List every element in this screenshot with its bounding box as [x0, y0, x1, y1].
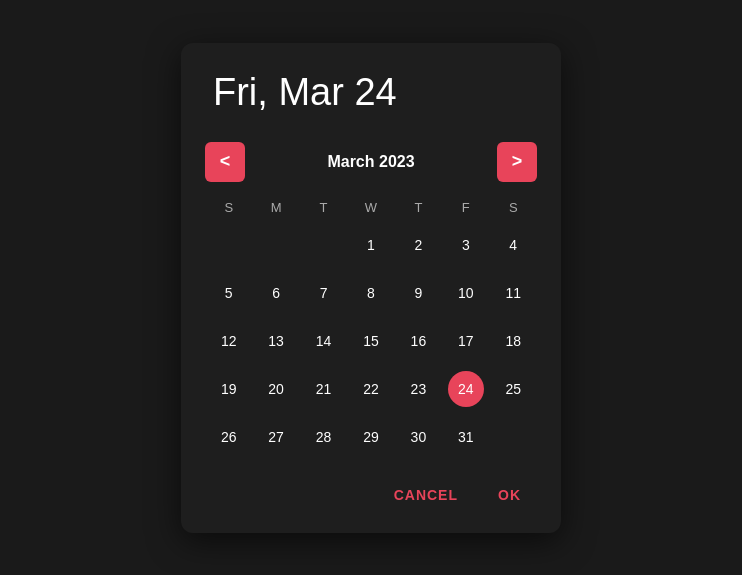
- day-number[interactable]: 11: [495, 275, 531, 311]
- day-number[interactable]: 25: [495, 371, 531, 407]
- calendar-day-cell: [300, 221, 347, 269]
- calendar-day-cell[interactable]: 17: [442, 317, 489, 365]
- day-number[interactable]: 26: [211, 419, 247, 455]
- calendar-day-cell[interactable]: 3: [442, 221, 489, 269]
- date-picker-dialog: Fri, Mar 24 < March 2023 > SMTWTFS 12345…: [181, 43, 561, 533]
- month-navigation: < March 2023 >: [205, 142, 537, 182]
- calendar-day-cell[interactable]: 8: [347, 269, 394, 317]
- calendar-week-row: 567891011: [205, 269, 537, 317]
- day-number[interactable]: 12: [211, 323, 247, 359]
- day-number[interactable]: 14: [306, 323, 342, 359]
- calendar-day-cell[interactable]: 1: [347, 221, 394, 269]
- day-header: S: [205, 194, 252, 221]
- calendar-day-cell[interactable]: 4: [490, 221, 537, 269]
- selected-date-title: Fri, Mar 24: [213, 71, 529, 114]
- calendar-day-cell[interactable]: 24: [442, 365, 489, 413]
- day-number[interactable]: 17: [448, 323, 484, 359]
- calendar-day-cell[interactable]: 5: [205, 269, 252, 317]
- calendar-day-cell: [252, 221, 299, 269]
- day-number[interactable]: 30: [400, 419, 436, 455]
- calendar-day-cell[interactable]: 27: [252, 413, 299, 461]
- calendar-day-cell[interactable]: 16: [395, 317, 442, 365]
- calendar-day-cell[interactable]: 10: [442, 269, 489, 317]
- day-number[interactable]: 7: [306, 275, 342, 311]
- dialog-actions: CANCEL OK: [181, 461, 561, 533]
- day-number[interactable]: 1: [353, 227, 389, 263]
- calendar-day-cell[interactable]: 29: [347, 413, 394, 461]
- day-header: T: [300, 194, 347, 221]
- calendar-section: < March 2023 > SMTWTFS 12345678910111213…: [181, 134, 561, 461]
- day-number[interactable]: 18: [495, 323, 531, 359]
- calendar-day-cell[interactable]: 12: [205, 317, 252, 365]
- day-header: F: [442, 194, 489, 221]
- calendar-day-cell[interactable]: 25: [490, 365, 537, 413]
- calendar-day-cell[interactable]: 20: [252, 365, 299, 413]
- calendar-day-cell[interactable]: 2: [395, 221, 442, 269]
- month-year-label: March 2023: [327, 153, 414, 171]
- day-number[interactable]: 31: [448, 419, 484, 455]
- calendar-day-cell[interactable]: 21: [300, 365, 347, 413]
- day-number[interactable]: 20: [258, 371, 294, 407]
- calendar-week-row: 1234: [205, 221, 537, 269]
- calendar-day-cell[interactable]: 15: [347, 317, 394, 365]
- calendar-grid: SMTWTFS 12345678910111213141516171819202…: [205, 194, 537, 461]
- calendar-day-cell: [205, 221, 252, 269]
- day-number[interactable]: 15: [353, 323, 389, 359]
- calendar-day-cell[interactable]: 9: [395, 269, 442, 317]
- calendar-week-row: 19202122232425: [205, 365, 537, 413]
- calendar-day-cell: [490, 413, 537, 461]
- ok-button[interactable]: OK: [482, 477, 537, 513]
- calendar-day-cell[interactable]: 28: [300, 413, 347, 461]
- calendar-day-cell[interactable]: 19: [205, 365, 252, 413]
- day-header: M: [252, 194, 299, 221]
- day-number[interactable]: 5: [211, 275, 247, 311]
- calendar-day-cell[interactable]: 6: [252, 269, 299, 317]
- day-number[interactable]: 9: [400, 275, 436, 311]
- day-number[interactable]: 27: [258, 419, 294, 455]
- calendar-day-cell[interactable]: 11: [490, 269, 537, 317]
- calendar-day-cell[interactable]: 22: [347, 365, 394, 413]
- calendar-day-cell[interactable]: 14: [300, 317, 347, 365]
- calendar-week-row: 262728293031: [205, 413, 537, 461]
- day-number[interactable]: 22: [353, 371, 389, 407]
- day-number[interactable]: 16: [400, 323, 436, 359]
- next-month-button[interactable]: >: [497, 142, 537, 182]
- calendar-day-cell[interactable]: 18: [490, 317, 537, 365]
- calendar-day-cell[interactable]: 13: [252, 317, 299, 365]
- day-header: T: [395, 194, 442, 221]
- day-number[interactable]: 8: [353, 275, 389, 311]
- cancel-button[interactable]: CANCEL: [378, 477, 474, 513]
- day-number[interactable]: 3: [448, 227, 484, 263]
- calendar-day-cell[interactable]: 26: [205, 413, 252, 461]
- day-number[interactable]: 21: [306, 371, 342, 407]
- calendar-day-cell[interactable]: 30: [395, 413, 442, 461]
- calendar-week-row: 12131415161718: [205, 317, 537, 365]
- day-number[interactable]: 23: [400, 371, 436, 407]
- calendar-day-cell[interactable]: 7: [300, 269, 347, 317]
- day-header: S: [490, 194, 537, 221]
- day-number[interactable]: 29: [353, 419, 389, 455]
- calendar-day-cell[interactable]: 23: [395, 365, 442, 413]
- day-number[interactable]: 2: [400, 227, 436, 263]
- date-header: Fri, Mar 24: [181, 43, 561, 134]
- day-number[interactable]: 19: [211, 371, 247, 407]
- day-number[interactable]: 10: [448, 275, 484, 311]
- prev-month-button[interactable]: <: [205, 142, 245, 182]
- day-header: W: [347, 194, 394, 221]
- selected-day[interactable]: 24: [448, 371, 484, 407]
- day-number[interactable]: 4: [495, 227, 531, 263]
- calendar-day-cell[interactable]: 31: [442, 413, 489, 461]
- day-number[interactable]: 6: [258, 275, 294, 311]
- day-number[interactable]: 28: [306, 419, 342, 455]
- day-number[interactable]: 13: [258, 323, 294, 359]
